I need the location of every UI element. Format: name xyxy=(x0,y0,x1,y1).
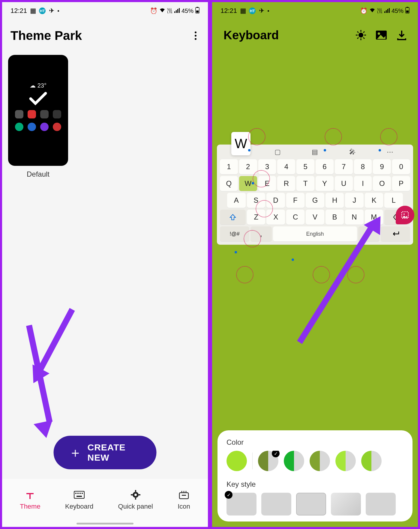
key-4[interactable]: 4 xyxy=(277,159,295,174)
color-swatch-6[interactable] xyxy=(361,451,382,471)
svg-rect-14 xyxy=(139,494,140,495)
telegram-status-icon: ✈ xyxy=(259,8,265,14)
thumb-app-icon xyxy=(28,123,36,131)
theme-default[interactable]: ☁ 23° Default xyxy=(8,55,68,178)
key-A[interactable]: A xyxy=(227,193,246,208)
key-P[interactable]: P xyxy=(392,176,410,191)
alarm-icon: ⏰ xyxy=(360,7,368,14)
thumb-app-icon xyxy=(40,110,49,118)
ht-app-icon: HT xyxy=(249,7,256,14)
download-button[interactable] xyxy=(394,28,409,42)
screenshot-left: 12:21 ▦ HT ✈ ⏰ Vo)LTE 45% Theme Park xyxy=(1,1,209,528)
image-picker-bubble[interactable] xyxy=(396,206,414,224)
options-card: Color ✓ Key style ✓ xyxy=(218,430,412,522)
tab-theme[interactable]: Theme xyxy=(20,489,40,510)
key-6[interactable]: 6 xyxy=(316,159,334,174)
keystyle-option-2[interactable] xyxy=(261,493,291,516)
keystyle-label: Key style xyxy=(226,480,404,489)
wifi-icon xyxy=(369,7,375,14)
status-time: 12:21 xyxy=(10,7,27,15)
key-V[interactable]: V xyxy=(306,210,324,225)
key-2[interactable]: 2 xyxy=(239,159,257,174)
key-R[interactable]: R xyxy=(277,176,295,191)
screenshot-right: 12:21 ▦ HT ✈ ⏰ Vo)LTE 45% Keyboard W xyxy=(211,1,419,528)
home-indicator[interactable] xyxy=(76,523,134,525)
more-notifications-dot xyxy=(268,10,269,12)
key-N[interactable]: N xyxy=(345,210,363,225)
key-9[interactable]: 9 xyxy=(373,159,391,174)
keystyle-option-3[interactable] xyxy=(296,493,326,516)
gallery-status-icon: ▦ xyxy=(240,8,246,14)
key-T[interactable]: T xyxy=(296,176,314,191)
svg-rect-8 xyxy=(76,496,82,497)
key-1[interactable]: 1 xyxy=(220,159,238,174)
key-J[interactable]: J xyxy=(345,193,364,208)
keystyle-option-1[interactable]: ✓ xyxy=(226,493,256,516)
color-swatch-5[interactable] xyxy=(335,451,356,471)
key-B[interactable]: B xyxy=(326,210,344,225)
tab-icon[interactable]: Icon xyxy=(178,489,190,510)
brightness-button[interactable] xyxy=(354,28,368,42)
svg-point-20 xyxy=(358,33,363,37)
key-5[interactable]: 5 xyxy=(296,159,314,174)
more-icon[interactable]: ⋯ xyxy=(387,148,393,156)
key-7[interactable]: 7 xyxy=(335,159,353,174)
signal-icon xyxy=(174,7,180,14)
thumb-app-icon xyxy=(15,110,23,118)
theme-label: Default xyxy=(8,170,68,178)
mic-icon[interactable]: 🎤︎ xyxy=(349,148,356,156)
space-key[interactable]: English xyxy=(273,226,357,241)
keyboard-preview: W ☺ ▢ ▤ 🎤︎ ⋯ 1234567890 QWERTYUIOP ASDFG… xyxy=(217,145,413,245)
key-Q[interactable]: Q xyxy=(220,176,238,191)
key-G[interactable]: G xyxy=(306,193,324,208)
key-0[interactable]: 0 xyxy=(392,159,410,174)
color-swatch-primary[interactable] xyxy=(226,451,247,471)
thumb-app-icon xyxy=(53,123,61,131)
svg-rect-3 xyxy=(74,491,84,498)
create-new-label: CREATE NEW xyxy=(88,442,142,463)
keystyle-option-4[interactable] xyxy=(331,493,361,516)
svg-line-27 xyxy=(363,31,364,33)
svg-rect-5 xyxy=(77,493,79,494)
color-swatch-2[interactable]: ✓ xyxy=(258,451,278,471)
key-O[interactable]: O xyxy=(373,176,391,191)
clipboard-icon[interactable]: ▤ xyxy=(312,148,318,156)
svg-point-32 xyxy=(404,214,405,215)
alarm-icon: ⏰ xyxy=(150,7,158,14)
tab-quickpanel[interactable]: Quick panel xyxy=(118,489,153,510)
keystyle-options: ✓ xyxy=(226,493,404,516)
enter-key[interactable] xyxy=(381,226,410,241)
key-L[interactable]: L xyxy=(384,193,403,208)
key-I[interactable]: I xyxy=(354,176,372,191)
anchor-dot xyxy=(252,182,254,184)
key-F[interactable]: F xyxy=(286,193,305,208)
color-swatch-4[interactable] xyxy=(310,451,330,471)
battery-icon xyxy=(405,7,410,15)
tab-keyboard[interactable]: Keyboard xyxy=(65,489,93,510)
key-8[interactable]: 8 xyxy=(354,159,372,174)
anchor-dot xyxy=(292,259,294,261)
key-H[interactable]: H xyxy=(326,193,344,208)
svg-rect-6 xyxy=(80,493,81,494)
color-swatch-3[interactable] xyxy=(284,451,304,471)
create-new-button[interactable]: ＋ CREATE NEW xyxy=(54,436,157,469)
key-C[interactable]: C xyxy=(286,210,304,225)
svg-rect-1 xyxy=(196,7,198,8)
theme-tab-icon xyxy=(25,489,35,500)
shift-key[interactable] xyxy=(220,210,246,225)
overflow-menu-button[interactable] xyxy=(192,28,200,43)
icon-tab-icon xyxy=(178,489,189,500)
key-U[interactable]: U xyxy=(335,176,353,191)
annotation-circle xyxy=(313,266,330,283)
theme-weather-widget: ☁ 23° xyxy=(30,82,46,89)
key-Y[interactable]: Y xyxy=(316,176,334,191)
svg-line-28 xyxy=(357,37,358,39)
anchor-dot xyxy=(324,149,326,151)
key-K[interactable]: K xyxy=(365,193,383,208)
keystyle-option-5[interactable] xyxy=(366,493,396,516)
plus-icon: ＋ xyxy=(69,444,82,462)
background-image-button[interactable] xyxy=(374,28,388,42)
sticker-icon[interactable]: ▢ xyxy=(274,148,281,156)
more-notifications-dot xyxy=(58,10,59,12)
svg-rect-2 xyxy=(196,10,199,13)
